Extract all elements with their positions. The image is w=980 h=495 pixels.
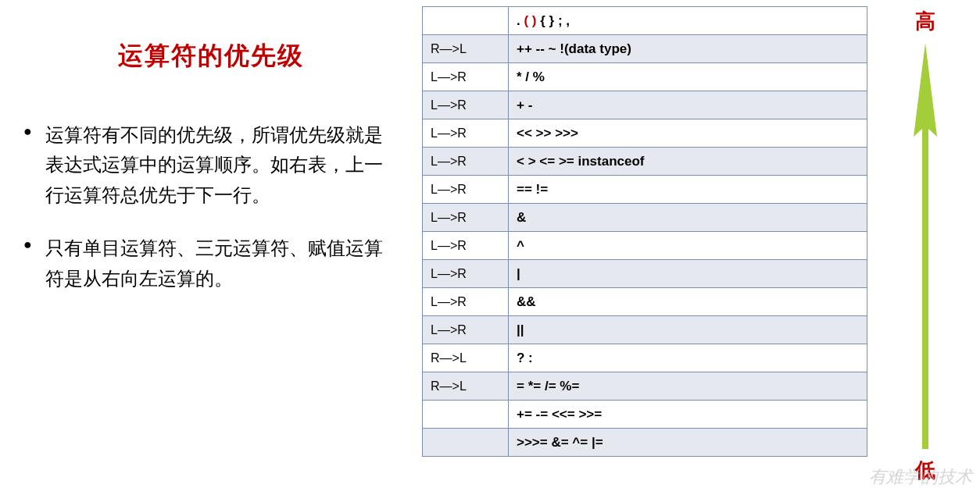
table-row: L—>R^ (423, 232, 867, 260)
ops-cell: << >> >>> (509, 119, 867, 148)
ops-cell: ++ -- ~ !(data type) (509, 35, 867, 63)
priority-arrow: 高 低 (886, 8, 964, 484)
assoc-cell (423, 7, 509, 35)
ops-cell: = *= /= %= (509, 372, 867, 401)
table-row: L—>R* / % (423, 63, 867, 91)
table-row: L—>R<< >> >>> (423, 119, 867, 148)
table-row: L—>R& (423, 204, 867, 232)
bullet-list: 运算符有不同的优先级，所谓优先级就是表达式运算中的运算顺序。如右表，上一行运算符… (23, 120, 399, 294)
table-row: L—>R&& (423, 288, 867, 316)
ops-cell: == != (509, 176, 867, 204)
assoc-cell: L—>R (423, 91, 509, 119)
assoc-cell: R—>L (423, 35, 509, 63)
table-row: >>>= &= ^= |= (423, 429, 867, 457)
ops-cell: ^ (509, 232, 867, 260)
ops-cell: || (509, 316, 867, 344)
ops-cell: . ( ) { } ; , (509, 7, 867, 35)
assoc-cell: R—>L (423, 372, 509, 401)
ops-cell: + - (509, 91, 867, 119)
assoc-cell (423, 401, 509, 429)
precedence-table-container: . ( ) { } ; ,R—>L++ -- ~ !(data type)L—>… (422, 6, 867, 457)
assoc-cell: L—>R (423, 316, 509, 344)
assoc-cell: R—>L (423, 344, 509, 372)
table-row: L—>R< > <= >= instanceof (423, 148, 867, 176)
ops-cell: < > <= >= instanceof (509, 148, 867, 176)
table-row: += -= <<= >>= (423, 401, 867, 429)
assoc-cell: L—>R (423, 119, 509, 148)
ops-cell: | (509, 260, 867, 288)
bullet-item: 运算符有不同的优先级，所谓优先级就是表达式运算中的运算顺序。如右表，上一行运算符… (23, 120, 399, 210)
ops-cell: += -= <<= >>= (509, 401, 867, 429)
table-row: R—>L? : (423, 344, 867, 372)
arrow-up-icon (910, 43, 941, 449)
table-row: L—>R+ - (423, 91, 867, 119)
page-title: 运算符的优先级 (23, 39, 399, 73)
assoc-cell: L—>R (423, 260, 509, 288)
assoc-cell (423, 429, 509, 457)
svg-marker-0 (914, 43, 937, 449)
left-panel: 运算符的优先级 运算符有不同的优先级，所谓优先级就是表达式运算中的运算顺序。如右… (23, 39, 399, 317)
ops-cell: & (509, 204, 867, 232)
table-row: . ( ) { } ; , (423, 7, 867, 35)
ops-cell: && (509, 288, 867, 316)
precedence-table: . ( ) { } ; ,R—>L++ -- ~ !(data type)L—>… (422, 6, 867, 457)
table-row: L—>R| (423, 260, 867, 288)
ops-cell: ? : (509, 344, 867, 372)
table-row: L—>R== != (423, 176, 867, 204)
bullet-item: 只有单目运算符、三元运算符、赋值运算符是从右向左运算的。 (23, 233, 399, 294)
table-row: R—>L++ -- ~ !(data type) (423, 35, 867, 63)
assoc-cell: L—>R (423, 288, 509, 316)
assoc-cell: L—>R (423, 204, 509, 232)
assoc-cell: L—>R (423, 148, 509, 176)
ops-cell: >>>= &= ^= |= (509, 429, 867, 457)
table-row: R—>L= *= /= %= (423, 372, 867, 401)
assoc-cell: L—>R (423, 232, 509, 260)
ops-cell: * / % (509, 63, 867, 91)
watermark: 有难学的技术 (869, 465, 972, 489)
assoc-cell: L—>R (423, 176, 509, 204)
assoc-cell: L—>R (423, 63, 509, 91)
label-high: 高 (915, 8, 935, 35)
table-row: L—>R|| (423, 316, 867, 344)
